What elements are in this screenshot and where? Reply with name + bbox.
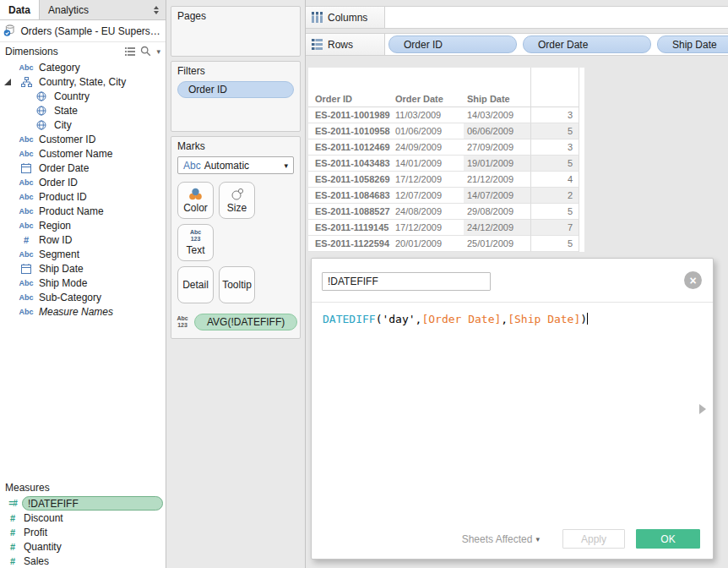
table-row[interactable]: ES-2011-1012469 24/09/2009 27/09/2009 3 bbox=[308, 139, 584, 156]
dimension-measure-names[interactable]: Abc Measure Names bbox=[0, 304, 166, 319]
cell-order-id[interactable]: ES-2011-1088527 bbox=[308, 204, 393, 220]
dimension-customer-id[interactable]: Abc Customer ID bbox=[0, 132, 166, 146]
cell-value[interactable]: 7 bbox=[530, 220, 579, 236]
ok-button[interactable]: OK bbox=[636, 529, 700, 549]
tooltip-button[interactable]: Tooltip bbox=[219, 266, 255, 303]
table-row[interactable]: ES-2011-1058269 17/12/2009 21/12/2009 4 bbox=[308, 172, 584, 188]
cell-ship-date[interactable]: 14/03/2009 bbox=[464, 107, 530, 123]
cell-order-date[interactable]: 14/01/2009 bbox=[393, 156, 464, 172]
filters-card[interactable]: Filters Order ID bbox=[171, 61, 301, 132]
table-row[interactable]: ES-2011-1001989 11/03/2009 14/03/2009 3 bbox=[308, 107, 584, 123]
cell-order-date[interactable]: 17/12/2009 bbox=[393, 172, 464, 188]
color-button[interactable]: Color bbox=[177, 182, 214, 219]
close-icon[interactable]: × bbox=[684, 271, 702, 289]
table-row[interactable]: ES-2011-1119145 17/12/2009 24/12/2009 7 bbox=[308, 220, 584, 236]
expand-panel-arrow-icon[interactable] bbox=[699, 404, 706, 414]
cell-ship-date[interactable]: 14/07/2009 bbox=[464, 188, 530, 204]
columns-shelf-content[interactable] bbox=[385, 7, 728, 28]
measure-datefiff-selected[interactable]: =# !DATEFIFF bbox=[0, 496, 166, 511]
calculation-name-input[interactable] bbox=[322, 272, 491, 291]
cell-order-date[interactable]: 24/09/2009 bbox=[393, 139, 464, 156]
columns-shelf[interactable]: Columns bbox=[306, 6, 728, 29]
dimension-customer-name[interactable]: Abc Customer Name bbox=[0, 146, 166, 161]
cell-order-date[interactable]: 01/06/2009 bbox=[393, 123, 464, 139]
dimension-row-id[interactable]: # Row ID bbox=[0, 232, 166, 247]
cell-value[interactable]: 3 bbox=[530, 107, 579, 123]
rows-pill-order-date[interactable]: Order Date bbox=[523, 36, 651, 53]
apply-button[interactable]: Apply bbox=[562, 529, 625, 549]
cell-order-date[interactable]: 17/12/2009 bbox=[393, 220, 464, 236]
cell-order-date[interactable]: 11/03/2009 bbox=[393, 107, 464, 123]
dimension-city[interactable]: City bbox=[0, 117, 166, 132]
dimension-order-date[interactable]: Order Date bbox=[0, 161, 166, 175]
tree-expand-icon[interactable] bbox=[4, 79, 11, 85]
cell-ship-date[interactable]: 21/12/2009 bbox=[464, 172, 530, 188]
cell-order-id[interactable]: ES-2011-1043483 bbox=[308, 156, 393, 172]
cell-value[interactable]: 5 bbox=[530, 156, 579, 172]
cell-order-id[interactable]: ES-2011-1001989 bbox=[308, 107, 393, 123]
rows-pill-order-id[interactable]: Order ID bbox=[388, 36, 517, 53]
cell-ship-date[interactable]: 24/12/2009 bbox=[464, 220, 530, 236]
cell-ship-date[interactable]: 19/01/2009 bbox=[464, 156, 530, 172]
cell-value[interactable]: 4 bbox=[530, 172, 579, 188]
column-header-ship-date[interactable]: Ship Date bbox=[464, 91, 530, 107]
list-view-icon[interactable] bbox=[125, 47, 135, 56]
dimension-category[interactable]: Abc Category bbox=[0, 60, 166, 74]
search-icon[interactable] bbox=[140, 46, 151, 57]
dimension-country-state-city[interactable]: Country, State, City bbox=[0, 74, 166, 89]
pages-card[interactable]: Pages bbox=[171, 6, 301, 57]
cell-order-id[interactable]: ES-2011-1122594 bbox=[308, 236, 393, 252]
text-button[interactable]: Abc123 Text bbox=[177, 224, 214, 261]
cell-ship-date[interactable]: 29/08/2009 bbox=[464, 204, 530, 220]
cell-order-date[interactable]: 12/07/2009 bbox=[393, 188, 464, 204]
tab-data[interactable]: Data bbox=[0, 0, 40, 19]
dimension-product-name[interactable]: Abc Product Name bbox=[0, 204, 166, 218]
dimension-segment[interactable]: Abc Segment bbox=[0, 247, 166, 261]
measure-discount[interactable]: # Discount bbox=[0, 511, 166, 525]
swap-panels-icon[interactable] bbox=[147, 0, 166, 19]
cell-value[interactable]: 5 bbox=[530, 123, 579, 139]
datasource-item[interactable]: Orders (Sample - EU Supersto... bbox=[0, 20, 166, 42]
cell-value[interactable]: 5 bbox=[530, 236, 579, 252]
table-row[interactable]: ES-2011-1084683 12/07/2009 14/07/2009 2 bbox=[308, 188, 584, 204]
sheets-affected-dropdown[interactable]: Sheets Affected ▾ bbox=[462, 533, 540, 545]
dimension-sub-category[interactable]: Abc Sub-Category bbox=[0, 290, 166, 304]
dimension-region[interactable]: Abc Region bbox=[0, 218, 166, 232]
cell-order-id[interactable]: ES-2011-1012469 bbox=[308, 139, 393, 156]
table-row[interactable]: ES-2011-1043483 14/01/2009 19/01/2009 5 bbox=[308, 156, 584, 172]
measure-profit[interactable]: # Profit bbox=[0, 525, 166, 539]
avg-datefiff-pill[interactable]: AVG(!DATEFIFF) bbox=[194, 314, 297, 330]
cell-order-id[interactable]: ES-2011-1119145 bbox=[308, 220, 393, 236]
chevron-down-icon[interactable]: ▾ bbox=[156, 47, 160, 56]
cell-value[interactable]: 3 bbox=[530, 139, 579, 156]
table-row[interactable]: ES-2011-1088527 24/08/2009 29/08/2009 5 bbox=[308, 204, 584, 220]
cell-order-date[interactable]: 20/01/2009 bbox=[393, 236, 464, 252]
dimension-ship-date[interactable]: Ship Date bbox=[0, 261, 166, 276]
rows-pill-ship-date[interactable]: Ship Date bbox=[657, 36, 728, 53]
dimension-product-id[interactable]: Abc Product ID bbox=[0, 189, 166, 204]
filter-pill-order-id[interactable]: Order ID bbox=[177, 81, 294, 98]
formula-editor[interactable]: DATEDIFF('day',[Order Date],[Ship Date]) bbox=[323, 313, 588, 325]
cell-value[interactable]: 2 bbox=[530, 188, 579, 204]
cell-ship-date[interactable]: 06/06/2009 bbox=[464, 123, 530, 139]
cell-order-id[interactable]: ES-2011-1010958 bbox=[308, 123, 393, 139]
table-row[interactable]: ES-2011-1122594 20/01/2009 25/01/2009 5 bbox=[308, 236, 584, 252]
column-header-order-id[interactable]: Order ID bbox=[308, 91, 393, 107]
mark-type-dropdown[interactable]: Abc Automatic ▾ bbox=[177, 156, 294, 174]
dimension-order-id[interactable]: Abc Order ID bbox=[0, 175, 166, 189]
measure-quantity[interactable]: # Quantity bbox=[0, 539, 166, 554]
cell-ship-date[interactable]: 27/09/2009 bbox=[464, 139, 530, 156]
dimension-state[interactable]: State bbox=[0, 103, 166, 117]
table-row[interactable]: ES-2011-1010958 01/06/2009 06/06/2009 5 bbox=[308, 123, 584, 139]
dimension-ship-mode[interactable]: Abc Ship Mode bbox=[0, 276, 166, 290]
rows-shelf[interactable]: Rows Order ID Order Date Ship Date bbox=[306, 33, 728, 56]
cell-order-id[interactable]: ES-2011-1058269 bbox=[308, 172, 393, 188]
selected-measure-pill[interactable]: !DATEFIFF bbox=[22, 496, 163, 511]
tab-analytics[interactable]: Analytics bbox=[40, 0, 147, 19]
cell-order-id[interactable]: ES-2011-1084683 bbox=[308, 188, 393, 204]
cell-order-date[interactable]: 24/08/2009 bbox=[393, 204, 464, 220]
column-header-order-date[interactable]: Order Date bbox=[393, 91, 464, 107]
measure-sales[interactable]: # Sales bbox=[0, 554, 166, 568]
cell-ship-date[interactable]: 25/01/2009 bbox=[464, 236, 530, 252]
cell-value[interactable]: 5 bbox=[530, 204, 579, 220]
